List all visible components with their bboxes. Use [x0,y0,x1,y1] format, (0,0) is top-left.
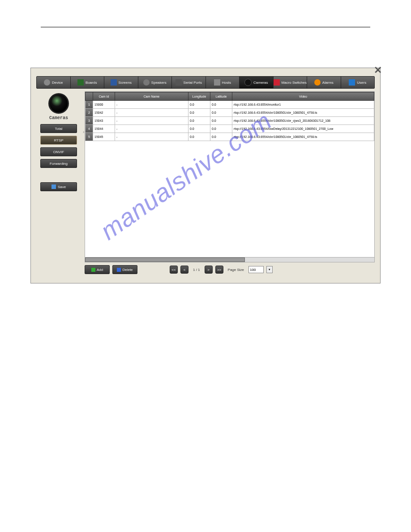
pager-first-button[interactable]: << [170,266,178,274]
sidebar-btn-total[interactable]: Total [40,124,77,133]
camera-large-icon [48,93,69,114]
col-header-cam-name[interactable]: Cam Name [115,92,188,101]
table-row[interactable]: 115000-0.00.0rtsp://192.168.6.43:8554/mo… [86,101,374,109]
speakers-icon [143,79,150,86]
toolbar-item-hosts[interactable]: Hosts [206,77,240,88]
toolbar-item-screens[interactable]: Screens [104,77,138,88]
camera-table-container: Cam IdCam NameLongitudeLatitudeVideo 115… [85,91,375,262]
hosts-icon [214,79,220,86]
toolbar-item-cameras[interactable]: Cameras [240,77,274,88]
pager-page-text: 1 / 1 [193,268,200,272]
toolbar-item-speakers[interactable]: Speakers [138,77,172,88]
page-size-label: Page Size [228,268,244,272]
sidebar-btn-onvif[interactable]: ONVIF [40,147,77,156]
toolbar-item-device[interactable]: Device [37,77,71,88]
bottom-bar: Add Delete << < 1 / 1 > >> Page Size ▾ [85,265,375,274]
table-row[interactable]: 215042-0.00.0rtsp://192.168.6.43:8554/cb… [86,109,374,117]
save-button[interactable]: Save [40,182,77,191]
toolbar-item-users[interactable]: Users [341,77,375,88]
sidebar-btn-rtsp[interactable]: RTSP [40,136,77,145]
camera-table: Cam IdCam NameLongitudeLatitudeVideo 115… [85,92,374,141]
col-header-cam-id[interactable]: Cam Id [93,92,115,101]
macro-switches-icon [274,79,280,86]
add-icon [91,268,95,272]
table-row[interactable]: 315043-0.00.0rtsp://192.168.6.43:8554/cb… [86,117,374,125]
top-toolbar: DeviceBoardsScreensSpeakersSerial PortsH… [36,76,375,89]
add-button[interactable]: Add [85,265,110,274]
delete-button[interactable]: Delete [112,265,137,274]
boards-icon [77,79,84,86]
delete-icon [117,268,121,272]
horizontal-scrollbar[interactable] [85,257,374,262]
pager-last-button[interactable]: >> [215,266,223,274]
table-row[interactable]: 515045-0.00.0rtsp://192.168.6.43:8554/cb… [86,133,374,141]
toolbar-item-boards[interactable]: Boards [71,77,105,88]
sidebar-btn-forwarding[interactable]: Forwarding [40,159,77,168]
serial-ports-icon [176,79,182,86]
pager-prev-button[interactable]: < [180,266,188,274]
users-icon [349,79,355,86]
page-size-dropdown[interactable]: ▾ [266,266,273,273]
toolbar-item-alarms[interactable]: Alarms [307,77,341,88]
alarms-icon [314,79,321,86]
sidebar-title: Cameras [49,116,68,120]
scrollbar-thumb[interactable] [85,257,245,262]
device-icon [44,79,50,86]
sidebar: Cameras TotalRTSPONVIFForwarding Save [36,91,81,274]
col-header-latitude[interactable]: Latitude [210,92,232,101]
app-window: ✕ DeviceBoardsScreensSpeakersSerial Port… [30,68,381,283]
pager-next-button[interactable]: > [205,266,213,274]
col-header-video[interactable]: Video [232,92,374,101]
table-row[interactable]: 415044-0.00.0rtsp://192.168.6.43:8554/lo… [86,125,374,133]
screens-icon [111,79,117,86]
close-icon[interactable]: ✕ [373,65,383,75]
toolbar-item-macro-switches[interactable]: Macro Switches [274,77,308,88]
page-size-input[interactable] [248,266,264,273]
toolbar-item-serial-ports[interactable]: Serial Ports [172,77,206,88]
col-header-longitude[interactable]: Longitude [188,92,210,101]
cameras-icon [244,79,252,86]
chevron-right-icon: › [83,129,84,134]
sidebar-buttons: TotalRTSPONVIFForwarding [40,124,77,171]
